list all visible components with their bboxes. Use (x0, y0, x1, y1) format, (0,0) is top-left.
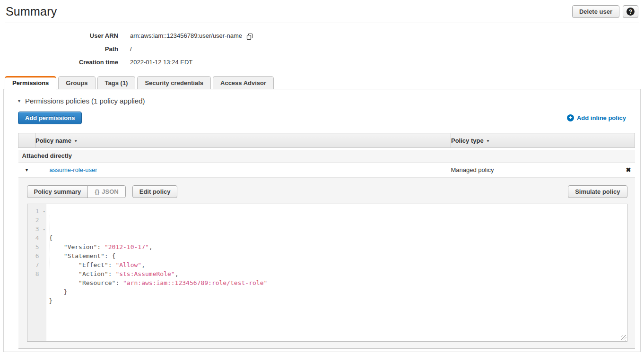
editor-line-number: 5 (27, 242, 46, 251)
policy-table-row: ▾ assume-role-user Managed policy ✖ (18, 163, 635, 178)
code-token: , (175, 270, 179, 277)
meta-field-value-text: / (130, 43, 132, 56)
attached-policies-table: Policy name▾ Policy type▾ Attached direc… (18, 133, 635, 349)
meta-field-label: Path (0, 43, 118, 56)
editor-line-number: 3▾ (27, 224, 46, 233)
editor-code-line: "Statement": { (49, 251, 627, 260)
code-token: "2012-10-17" (104, 243, 149, 250)
editor-code-line: "Effect": "Allow", (49, 260, 627, 269)
expanded-policy-row: Policy summary {}JSON Edit policy Simula… (18, 178, 635, 349)
meta-field-row: Creation time2022-01-12 13:24 EDT (0, 56, 644, 69)
policy-type-value: Managed policy (451, 163, 622, 178)
editor-code-line: "Action": "sts:AssumeRole", (49, 269, 627, 278)
code-token: "arn:aws:iam::123456789:role/test-role" (123, 279, 267, 286)
tab-permissions[interactable]: Permissions (5, 76, 56, 89)
sort-caret-icon: ▾ (487, 138, 489, 143)
fold-caret-icon[interactable]: ▾ (43, 207, 45, 216)
meta-field-row: Path/ (0, 43, 644, 56)
header-actions: Delete user ? (572, 5, 638, 18)
plus-circle-icon: + (567, 114, 574, 121)
json-view-button[interactable]: {}JSON (87, 185, 126, 198)
policy-actions-row: Add permissions + Add inline policy (18, 112, 626, 124)
meta-field-value-text: arn:aws:iam::123456789:user/user-name (130, 29, 242, 43)
meta-field-value: arn:aws:iam::123456789:user/user-name (130, 29, 253, 43)
code-token: "sts:AssumeRole" (115, 270, 174, 277)
meta-field-label: User ARN (0, 29, 118, 43)
editor-resize-handle[interactable] (621, 335, 627, 341)
expand-column-header (18, 133, 35, 148)
code-token: "Resource": (49, 279, 123, 286)
editor-code-line: "Version": "2012-10-17", (49, 242, 627, 251)
meta-field-value-text: 2022-01-12 13:24 EDT (130, 56, 192, 69)
edit-policy-button[interactable]: Edit policy (132, 185, 178, 198)
attached-directly-group-row: Attached directly (18, 150, 635, 163)
tab-bar: PermissionsGroupsTags (1)Security creden… (0, 76, 644, 89)
policy-json-editor[interactable]: 1▾23▾45678 { "Version": "2012-10-17", "S… (27, 204, 627, 342)
meta-field-value: 2022-01-12 13:24 EDT (130, 56, 192, 69)
editor-line-number: 1▾ (27, 207, 46, 215)
policy-summary-button[interactable]: Policy summary (27, 185, 88, 198)
policy-type-column-header[interactable]: Policy type▾ (451, 133, 622, 148)
remove-column-header (622, 133, 635, 148)
section-collapse-icon: ▾ (18, 98, 20, 103)
code-token: "Statement": { (49, 252, 116, 259)
code-token: , (149, 243, 153, 250)
table-header-row: Policy name▾ Policy type▾ (18, 133, 635, 148)
meta-field-value: / (130, 43, 132, 56)
page-title: Summary (6, 5, 57, 18)
help-button[interactable]: ? (623, 5, 638, 18)
editor-code-line: } (49, 296, 627, 305)
permissions-tab-panel: ▾ Permissions policies (1 policy applied… (3, 89, 641, 352)
add-permissions-button[interactable]: Add permissions (18, 112, 82, 124)
tab-access-advisor[interactable]: Access Advisor (213, 76, 274, 89)
simulate-policy-button[interactable]: Simulate policy (568, 185, 627, 198)
code-token: , (141, 261, 145, 268)
tab-groups[interactable]: Groups (58, 76, 95, 89)
code-token: } (49, 288, 68, 295)
delete-user-button[interactable]: Delete user (572, 5, 619, 18)
user-summary-fields: User ARNarn:aws:iam::123456789:user/user… (0, 23, 644, 69)
group-row-label: Attached directly (18, 150, 635, 163)
section-heading-label: Permissions policies (1 policy applied) (25, 97, 145, 105)
indent-guide (50, 215, 50, 269)
tab-tags-1[interactable]: Tags (1) (97, 76, 136, 89)
row-expand-caret-icon[interactable]: ▾ (18, 163, 35, 178)
editor-code-line: { (49, 233, 627, 242)
add-inline-policy-link[interactable]: + Add inline policy (567, 114, 626, 121)
policy-view-toolbar: Policy summary {}JSON Edit policy Simula… (27, 185, 627, 198)
meta-field-label: Creation time (0, 56, 118, 69)
tab-security-credentials[interactable]: Security credentials (137, 76, 211, 89)
policy-view-segmented-control: Policy summary {}JSON (27, 185, 126, 198)
policy-name-column-header[interactable]: Policy name▾ (35, 133, 451, 148)
editor-line-number: 8 (27, 269, 46, 278)
editor-code-line: } (49, 287, 627, 296)
page-header: Summary Delete user ? (0, 0, 644, 20)
editor-code-line: "Resource": "arn:aws:iam::123456789:role… (49, 278, 627, 287)
copy-icon[interactable] (246, 33, 253, 40)
editor-code-area[interactable]: { "Version": "2012-10-17", "Statement": … (46, 204, 627, 341)
sort-caret-icon: ▾ (75, 138, 77, 143)
code-token: } (49, 297, 53, 304)
editor-line-number: 4 (27, 233, 46, 242)
editor-line-number: 7 (27, 260, 46, 269)
permissions-policies-section-toggle[interactable]: ▾ Permissions policies (1 policy applied… (18, 97, 640, 105)
code-token: "Allow" (115, 261, 141, 268)
help-icon: ? (627, 8, 635, 16)
code-token: "Effect": (49, 261, 116, 268)
meta-field-row: User ARNarn:aws:iam::123456789:user/user… (0, 29, 644, 43)
add-inline-policy-label: Add inline policy (577, 114, 626, 121)
json-braces-icon: {} (95, 188, 99, 195)
fold-caret-icon[interactable]: ▾ (43, 225, 45, 234)
detach-policy-icon[interactable]: ✖ (626, 166, 631, 173)
editor-line-number-gutter: 1▾23▾45678 (27, 204, 46, 341)
code-token: "Version": (49, 243, 104, 250)
editor-line-number: 6 (27, 251, 46, 260)
policy-name-link[interactable]: assume-role-user (35, 166, 97, 173)
code-token: "Action": (49, 270, 116, 277)
expanded-policy-detail: Policy summary {}JSON Edit policy Simula… (18, 178, 635, 348)
editor-line-number: 2 (27, 215, 46, 224)
